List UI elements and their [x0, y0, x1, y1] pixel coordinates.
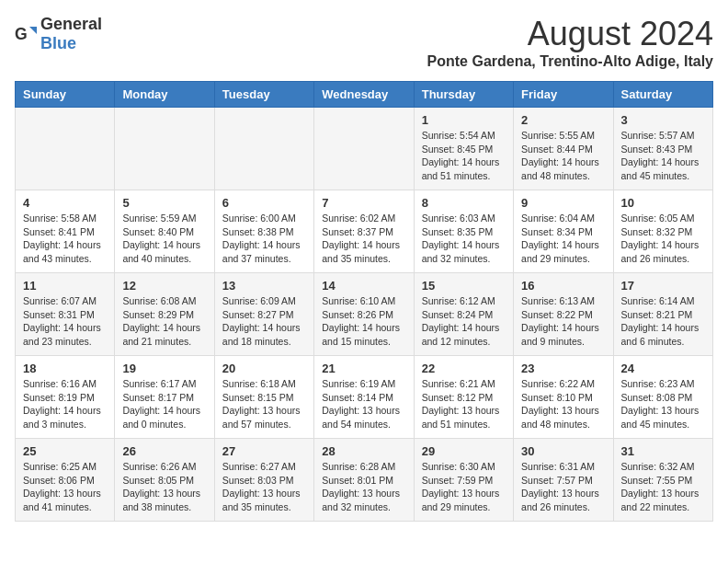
day-info: Sunrise: 6:31 AM Sunset: 7:57 PM Dayligh…	[521, 460, 605, 514]
calendar-cell: 30Sunrise: 6:31 AM Sunset: 7:57 PM Dayli…	[514, 439, 613, 522]
header-friday: Friday	[514, 82, 613, 108]
day-number: 27	[222, 444, 306, 458]
calendar-cell: 3Sunrise: 5:57 AM Sunset: 8:43 PM Daylig…	[613, 108, 712, 190]
calendar-cell: 9Sunrise: 6:04 AM Sunset: 8:34 PM Daylig…	[514, 190, 613, 273]
day-number: 14	[322, 279, 405, 293]
header-saturday: Saturday	[613, 82, 712, 108]
calendar-cell: 26Sunrise: 6:26 AM Sunset: 8:05 PM Dayli…	[115, 439, 214, 522]
day-number: 8	[422, 196, 506, 210]
day-info: Sunrise: 6:12 AM Sunset: 8:24 PM Dayligh…	[422, 294, 506, 349]
calendar-cell: 24Sunrise: 6:23 AM Sunset: 8:08 PM Dayli…	[613, 356, 712, 439]
calendar-cell: 14Sunrise: 6:10 AM Sunset: 8:26 PM Dayli…	[314, 273, 414, 356]
day-number: 24	[621, 362, 705, 375]
calendar-cell: 7Sunrise: 6:02 AM Sunset: 8:37 PM Daylig…	[314, 190, 414, 273]
calendar-cell: 16Sunrise: 6:13 AM Sunset: 8:22 PM Dayli…	[514, 273, 613, 356]
day-number: 2	[521, 113, 605, 127]
day-number: 16	[521, 279, 605, 293]
calendar-cell: 29Sunrise: 6:30 AM Sunset: 7:59 PM Dayli…	[414, 439, 513, 522]
calendar-cell: 23Sunrise: 6:22 AM Sunset: 8:10 PM Dayli…	[514, 356, 613, 439]
day-number: 6	[222, 196, 306, 210]
day-info: Sunrise: 5:59 AM Sunset: 8:40 PM Dayligh…	[122, 212, 206, 266]
day-info: Sunrise: 5:58 AM Sunset: 8:41 PM Dayligh…	[23, 212, 107, 266]
day-number: 25	[23, 444, 107, 458]
calendar-cell: 21Sunrise: 6:19 AM Sunset: 8:14 PM Dayli…	[314, 356, 414, 439]
day-number: 21	[322, 362, 405, 375]
title-section: August 2024 Ponte Gardena, Trentino-Alto…	[427, 15, 713, 70]
calendar-week-4: 25Sunrise: 6:25 AM Sunset: 8:06 PM Dayli…	[16, 439, 713, 522]
subtitle: Ponte Gardena, Trentino-Alto Adige, Ital…	[427, 53, 713, 70]
day-info: Sunrise: 6:26 AM Sunset: 8:05 PM Dayligh…	[122, 460, 206, 514]
calendar-cell: 15Sunrise: 6:12 AM Sunset: 8:24 PM Dayli…	[414, 273, 513, 356]
page-header: G General Blue August 2024 Ponte Gardena…	[15, 15, 713, 70]
day-info: Sunrise: 6:17 AM Sunset: 8:17 PM Dayligh…	[122, 377, 206, 431]
day-number: 9	[521, 196, 605, 210]
day-number: 28	[322, 444, 405, 458]
day-info: Sunrise: 6:18 AM Sunset: 8:15 PM Dayligh…	[222, 377, 306, 431]
day-info: Sunrise: 6:07 AM Sunset: 8:31 PM Dayligh…	[23, 294, 107, 349]
calendar-cell: 4Sunrise: 5:58 AM Sunset: 8:41 PM Daylig…	[16, 190, 115, 273]
day-info: Sunrise: 6:08 AM Sunset: 8:29 PM Dayligh…	[122, 294, 206, 349]
logo-icon: G	[15, 23, 37, 45]
day-number: 18	[23, 362, 107, 375]
day-info: Sunrise: 6:10 AM Sunset: 8:26 PM Dayligh…	[322, 294, 405, 349]
calendar-cell	[115, 108, 214, 190]
day-info: Sunrise: 6:16 AM Sunset: 8:19 PM Dayligh…	[23, 377, 107, 431]
day-number: 20	[222, 362, 306, 375]
calendar-cell: 20Sunrise: 6:18 AM Sunset: 8:15 PM Dayli…	[214, 356, 313, 439]
calendar-cell: 1Sunrise: 5:54 AM Sunset: 8:45 PM Daylig…	[414, 108, 513, 190]
calendar-cell: 18Sunrise: 6:16 AM Sunset: 8:19 PM Dayli…	[16, 356, 115, 439]
calendar-cell: 19Sunrise: 6:17 AM Sunset: 8:17 PM Dayli…	[115, 356, 214, 439]
day-info: Sunrise: 6:04 AM Sunset: 8:34 PM Dayligh…	[521, 212, 605, 266]
day-info: Sunrise: 5:55 AM Sunset: 8:44 PM Dayligh…	[521, 129, 605, 183]
day-number: 15	[422, 279, 506, 293]
calendar-table: SundayMondayTuesdayWednesdayThursdayFrid…	[15, 81, 713, 522]
header-thursday: Thursday	[414, 82, 513, 108]
day-info: Sunrise: 6:03 AM Sunset: 8:35 PM Dayligh…	[422, 212, 506, 266]
calendar-cell: 22Sunrise: 6:21 AM Sunset: 8:12 PM Dayli…	[414, 356, 513, 439]
day-number: 26	[122, 444, 206, 458]
day-info: Sunrise: 6:22 AM Sunset: 8:10 PM Dayligh…	[521, 377, 605, 431]
header-sunday: Sunday	[16, 82, 115, 108]
calendar-cell: 25Sunrise: 6:25 AM Sunset: 8:06 PM Dayli…	[16, 439, 115, 522]
day-info: Sunrise: 6:28 AM Sunset: 8:01 PM Dayligh…	[322, 460, 405, 514]
day-info: Sunrise: 6:32 AM Sunset: 7:55 PM Dayligh…	[621, 460, 705, 514]
calendar-week-0: 1Sunrise: 5:54 AM Sunset: 8:45 PM Daylig…	[16, 108, 713, 190]
day-number: 23	[521, 362, 605, 375]
day-info: Sunrise: 6:25 AM Sunset: 8:06 PM Dayligh…	[23, 460, 107, 514]
calendar-cell: 17Sunrise: 6:14 AM Sunset: 8:21 PM Dayli…	[613, 273, 712, 356]
day-info: Sunrise: 6:02 AM Sunset: 8:37 PM Dayligh…	[322, 212, 405, 266]
calendar-cell: 2Sunrise: 5:55 AM Sunset: 8:44 PM Daylig…	[514, 108, 613, 190]
header-monday: Monday	[115, 82, 214, 108]
day-number: 22	[422, 362, 506, 375]
calendar-cell	[214, 108, 313, 190]
calendar-cell: 5Sunrise: 5:59 AM Sunset: 8:40 PM Daylig…	[115, 190, 214, 273]
day-info: Sunrise: 6:30 AM Sunset: 7:59 PM Dayligh…	[422, 460, 506, 514]
svg-text:G: G	[15, 25, 28, 43]
day-number: 12	[122, 279, 206, 293]
day-number: 19	[122, 362, 206, 375]
day-number: 7	[322, 196, 405, 210]
calendar-cell: 13Sunrise: 6:09 AM Sunset: 8:27 PM Dayli…	[214, 273, 313, 356]
calendar-cell: 8Sunrise: 6:03 AM Sunset: 8:35 PM Daylig…	[414, 190, 513, 273]
day-number: 5	[122, 196, 206, 210]
logo-general-text: General	[40, 15, 102, 33]
calendar-cell: 11Sunrise: 6:07 AM Sunset: 8:31 PM Dayli…	[16, 273, 115, 356]
day-info: Sunrise: 6:19 AM Sunset: 8:14 PM Dayligh…	[322, 377, 405, 431]
logo: G General Blue	[15, 15, 102, 53]
calendar-cell	[16, 108, 115, 190]
day-info: Sunrise: 6:27 AM Sunset: 8:03 PM Dayligh…	[222, 460, 306, 514]
day-number: 1	[422, 113, 506, 127]
svg-marker-1	[29, 27, 37, 34]
day-number: 30	[521, 444, 605, 458]
calendar-week-3: 18Sunrise: 6:16 AM Sunset: 8:19 PM Dayli…	[16, 356, 713, 439]
day-number: 4	[23, 196, 107, 210]
day-info: Sunrise: 6:00 AM Sunset: 8:38 PM Dayligh…	[222, 212, 306, 266]
calendar-cell: 6Sunrise: 6:00 AM Sunset: 8:38 PM Daylig…	[214, 190, 313, 273]
day-info: Sunrise: 6:14 AM Sunset: 8:21 PM Dayligh…	[621, 294, 705, 349]
header-wednesday: Wednesday	[314, 82, 414, 108]
day-number: 10	[621, 196, 705, 210]
calendar-cell	[314, 108, 414, 190]
day-info: Sunrise: 5:54 AM Sunset: 8:45 PM Dayligh…	[422, 129, 506, 183]
day-info: Sunrise: 6:13 AM Sunset: 8:22 PM Dayligh…	[521, 294, 605, 349]
logo-blue-text: Blue	[40, 34, 76, 52]
